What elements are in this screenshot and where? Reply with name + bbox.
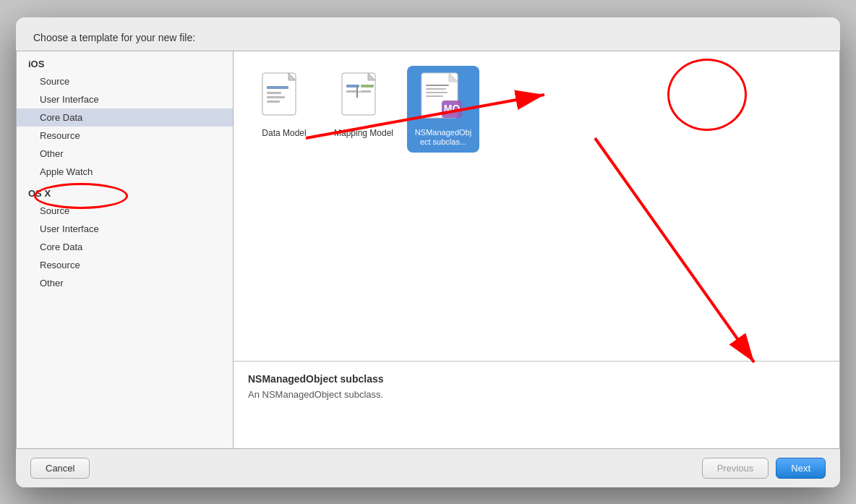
svg-rect-16 xyxy=(426,85,449,86)
data-model-icon xyxy=(261,72,307,124)
svg-rect-12 xyxy=(361,90,371,93)
file-item-mapping-model[interactable]: Mapping Model xyxy=(328,66,400,153)
previous-button[interactable]: Previous xyxy=(702,458,769,479)
svg-rect-3 xyxy=(267,92,281,94)
sidebar-item-osx-other[interactable]: Other xyxy=(17,274,233,292)
file-item-data-model[interactable]: Data Model xyxy=(248,66,320,153)
sidebar: iOS Source User Interface Core Data Reso… xyxy=(17,51,234,448)
dialog: Choose a template for your new file: iOS… xyxy=(16,17,840,487)
svg-rect-10 xyxy=(356,86,358,98)
svg-rect-2 xyxy=(267,86,288,89)
svg-rect-4 xyxy=(267,96,285,98)
svg-rect-9 xyxy=(346,90,356,93)
icon-circle-overlay xyxy=(667,59,747,131)
svg-rect-11 xyxy=(361,85,374,87)
svg-line-24 xyxy=(595,138,754,362)
dialog-body: iOS Source User Interface Core Data Reso… xyxy=(16,51,840,449)
dialog-footer: Cancel Previous Next xyxy=(16,449,840,487)
description-title: NSManagedObject subclass xyxy=(248,373,825,385)
svg-rect-5 xyxy=(267,101,280,103)
next-button[interactable]: Next xyxy=(776,458,826,479)
svg-rect-18 xyxy=(426,92,448,93)
description-text: An NSManagedObject subclass. xyxy=(248,389,825,400)
file-item-mapping-model-label: Mapping Model xyxy=(334,128,393,138)
file-item-nsmanagedobject[interactable]: MO NSManagedObject subclas... xyxy=(407,66,479,153)
main-content: Data Model xyxy=(234,51,839,448)
svg-rect-19 xyxy=(426,95,443,97)
sidebar-item-osx-source[interactable]: Source xyxy=(17,202,233,220)
svg-text:MO: MO xyxy=(444,103,461,114)
sidebar-section-ios: iOS xyxy=(17,51,233,72)
nav-buttons: Previous Next xyxy=(702,458,826,479)
dialog-title: Choose a template for your new file: xyxy=(16,17,840,51)
sidebar-item-ios-user-interface[interactable]: User Interface xyxy=(17,90,233,108)
svg-rect-17 xyxy=(426,88,446,90)
sidebar-item-ios-core-data[interactable]: Core Data xyxy=(17,108,233,127)
mapping-model-icon xyxy=(341,72,387,124)
file-item-data-model-label: Data Model xyxy=(262,128,306,138)
file-grid: Data Model xyxy=(234,51,839,362)
cancel-button[interactable]: Cancel xyxy=(30,458,90,479)
nsmanagedobject-icon: MO xyxy=(420,72,466,124)
sidebar-item-osx-resource[interactable]: Resource xyxy=(17,256,233,274)
description-area: NSManagedObject subclass An NSManagedObj… xyxy=(234,362,839,448)
arrows-overlay xyxy=(234,51,839,361)
sidebar-item-osx-core-data[interactable]: Core Data xyxy=(17,238,233,256)
sidebar-item-ios-other[interactable]: Other xyxy=(17,145,233,163)
sidebar-item-ios-apple-watch[interactable]: Apple Watch xyxy=(17,163,233,181)
file-item-nsmanagedobject-label: NSManagedObject subclas... xyxy=(415,128,471,147)
sidebar-item-ios-source[interactable]: Source xyxy=(17,72,233,90)
sidebar-item-osx-user-interface[interactable]: User Interface xyxy=(17,220,233,238)
sidebar-section-osx: OS X xyxy=(17,181,233,202)
sidebar-item-ios-resource[interactable]: Resource xyxy=(17,127,233,145)
